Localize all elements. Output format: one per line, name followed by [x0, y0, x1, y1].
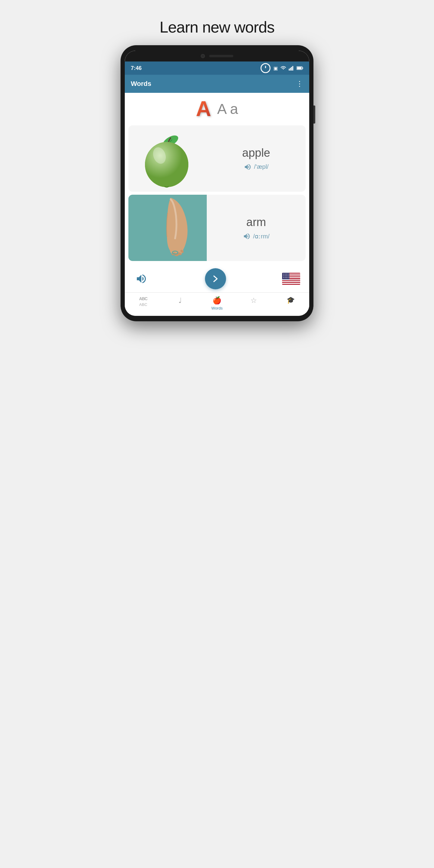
battery-icon — [297, 66, 303, 70]
svg-rect-2 — [289, 69, 290, 70]
apple-sound-icon[interactable] — [244, 163, 252, 171]
bottom-nav: ABC ABC ♩ 🍎 Words ☆ 🎓 — [125, 292, 309, 316]
words-icon: 🍎 — [213, 296, 221, 305]
star-icon: ☆ — [250, 296, 257, 305]
word-card-arm[interactable]: arm /ɑːrm/ — [128, 195, 306, 261]
nav-item-words[interactable]: 🍎 Words — [198, 295, 236, 312]
words-label: Words — [211, 306, 222, 310]
page-wrapper: Learn new words 7:46 ▣ — [108, 6, 326, 321]
svg-rect-5 — [292, 66, 293, 70]
nav-item-star[interactable]: ☆ — [236, 295, 272, 312]
sound-button[interactable] — [134, 271, 149, 286]
status-icons: ▣ — [260, 63, 303, 73]
abc-label: ABC — [139, 302, 147, 307]
learn-icon: 🎓 — [287, 296, 295, 304]
arm-phonetic-text: /ɑːrm/ — [253, 233, 270, 240]
letter-header: A A a — [125, 93, 309, 122]
svg-rect-8 — [297, 67, 302, 69]
status-circle-icon — [260, 63, 271, 73]
next-arrow-icon — [211, 274, 220, 284]
svg-rect-3 — [290, 68, 291, 70]
phone-shell: 7:46 ▣ — [121, 45, 313, 321]
status-bar: 7:46 ▣ — [125, 61, 309, 75]
letter-display: A a — [217, 101, 238, 117]
wifi-icon — [280, 66, 286, 70]
apple-card-content: apple /'æpl/ — [207, 125, 306, 192]
apple-phonetic-text: /'æpl/ — [254, 163, 269, 170]
phone-top-bar — [125, 51, 309, 61]
arm-phonetic[interactable]: /ɑːrm/ — [243, 232, 270, 240]
svg-point-11 — [145, 142, 188, 187]
sound-button-icon — [135, 273, 147, 285]
apple-image — [128, 125, 207, 192]
arm-sound-icon[interactable] — [243, 232, 251, 240]
phone-screen: 7:46 ▣ — [125, 51, 309, 316]
music-icon: ♩ — [179, 296, 182, 305]
letter-icon: A — [196, 98, 211, 119]
app-bar: Words ⋮ — [125, 75, 309, 93]
language-flag[interactable]: ★ ★ ★ ★ ★ ★ ★ ★ ★ ★ ★ ★ — [282, 273, 300, 285]
app-bar-title: Words — [131, 80, 151, 88]
bottom-controls: ★ ★ ★ ★ ★ ★ ★ ★ ★ ★ ★ ★ — [125, 264, 309, 292]
svg-rect-7 — [303, 67, 303, 69]
apple-svg — [139, 128, 196, 189]
abc-icon: ABC — [139, 296, 147, 301]
camera-dot — [201, 54, 205, 58]
speaker-bar — [209, 55, 233, 57]
phone-side-button — [313, 105, 315, 124]
status-sim-icon: ▣ — [273, 65, 278, 71]
status-time: 7:46 — [131, 65, 142, 71]
svg-rect-4 — [291, 67, 292, 70]
nav-item-learn[interactable]: 🎓 — [273, 295, 309, 312]
flag-canton: ★ ★ ★ ★ ★ ★ ★ ★ ★ ★ ★ ★ — [282, 273, 289, 279]
page-title: Learn new words — [160, 18, 275, 36]
nav-item-abc[interactable]: ABC ABC — [125, 295, 161, 312]
apple-phonetic[interactable]: /'æpl/ — [244, 163, 269, 171]
more-options-button[interactable]: ⋮ — [296, 80, 303, 88]
signal-icon — [289, 66, 294, 70]
word-card-apple[interactable]: apple /'æpl/ — [128, 125, 306, 192]
arm-svg — [128, 195, 207, 261]
arm-image — [128, 195, 207, 261]
next-button[interactable] — [205, 268, 226, 289]
word-name-apple: apple — [242, 147, 270, 159]
word-name-arm: arm — [246, 216, 266, 229]
arm-card-content: arm /ɑːrm/ — [207, 195, 306, 261]
arm-illustration-container — [128, 195, 207, 261]
nav-item-music[interactable]: ♩ — [161, 295, 198, 312]
